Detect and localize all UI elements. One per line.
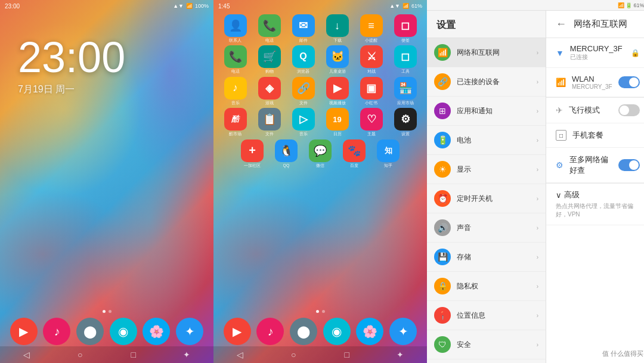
battery-icon: 🔋 [434,132,451,148]
home-dock: ▶ ♪ ⬤ ◉ 🌸 ✦ [213,310,427,345]
app-game3[interactable]: ◈游戏 [255,77,284,106]
app-label-koo: 酷市场 [229,132,242,136]
app-qq[interactable]: 🐧QQ [272,139,301,168]
dock2-icon-maps: ✦ [389,318,417,345]
settings-item-account[interactable]: 👤 帐号 › [427,359,546,363]
dock2-music[interactable]: ♪ [256,318,284,345]
settings-item-location[interactable]: 📍 位置信息 › [427,301,546,330]
nav-home-2[interactable]: ○ [285,349,302,361]
dock-item-music[interactable]: ♪ [42,318,71,345]
nav-back-1[interactable]: ◁ [18,349,35,361]
advanced-section[interactable]: ∨ 高级 热点共网络代理，流量节省偏好，VPN [546,184,644,225]
app-phone[interactable]: 📞电话 [255,14,284,43]
nav-home-1[interactable]: ○ [72,349,88,361]
app-files[interactable]: 🔗文件 [289,77,318,106]
display-icon: ☀ [434,161,451,178]
app-notes[interactable]: ≡小提醒 [357,14,386,43]
nav-bar-1: ◁ ○ □ ✦ [0,346,213,363]
data-plan-row[interactable]: □ 手机套餐 [546,123,644,148]
network-label: 网络和互联网 [457,48,531,58]
detail-back-button[interactable]: ← [556,18,566,30]
dock-item-camera[interactable]: ⬤ [76,318,104,345]
app-netmusic[interactable]: ▷音乐 [289,108,318,136]
mercury-name: MERCURY_3F [570,44,625,53]
wifi-network-mercury[interactable]: ▼ MERCURY_3F 已连接 🔒 [546,38,644,68]
app-contacts[interactable]: 👤联系人 [221,14,250,43]
app-market[interactable]: 🏪应用市场 [391,77,420,106]
network-pref-toggle[interactable] [618,159,640,171]
app-download[interactable]: ↓下载 [323,14,352,43]
app-video[interactable]: ▶视频播放 [323,77,352,106]
app-settings-icon-home[interactable]: ⚙设置 [391,108,420,136]
settings-item-network[interactable]: 📶 网络和互联网 › [427,38,546,67]
dock-row[interactable]: ▶ ♪ ⬤ ◉ 🌸 ✦ [0,318,213,345]
wlan-row[interactable]: 📶 WLAN MERCURY_3F [546,68,644,97]
dock-row-2[interactable]: ▶ ♪ ⬤ ◉ 🌸 ✦ [213,318,427,345]
app-row-5: +一加社区 🐧QQ 💬微信 🐾百度 知知乎 [218,139,422,168]
dock-item-files[interactable]: ◉ [109,318,138,345]
app-label-game1: 儿童桌游 [329,69,346,74]
settings-item-security[interactable]: 🛡 安全 › [427,330,546,359]
app-icon-email: ✉ [292,14,315,37]
wlan-toggle[interactable] [618,76,640,88]
dock2-video[interactable]: ▶ [223,318,252,345]
app-label-zhihu: 知乎 [384,163,392,168]
app-calendar[interactable]: 19日历 [323,108,352,136]
app-filemgr[interactable]: 📋文件 [255,108,284,136]
lock-screen: 23:00 ▲▼ 📶 100% 23:00 7月19日 周一 ▶ ♪ ⬤ [0,0,213,363]
app-music2[interactable]: ♪音乐 [221,77,250,106]
app-label-market: 应用市场 [397,101,414,106]
dock-item-gallery[interactable]: 🌸 [142,318,171,345]
airplane-icon: ✈ [556,106,563,115]
security-label: 安全 [457,340,531,350]
location-label: 位置信息 [457,311,531,321]
app-label-dialer: 电话 [231,69,240,74]
app-shop[interactable]: 🛒购物 [255,45,284,74]
settings-item-storage[interactable]: 💾 存储 › [427,243,546,272]
network-pref-row[interactable]: ⚙ 至多网络偏好查 [546,148,644,183]
app-theme[interactable]: ♡主题 [357,108,386,136]
app-label-oneplus: 一加社区 [244,163,261,168]
app-koo[interactable]: 酷酷市场 [221,108,250,136]
settings-item-devices[interactable]: 🔗 已连接的设备 › [427,67,546,97]
app-tools[interactable]: ◻便签 [391,14,420,43]
airplane-toggle[interactable] [618,104,640,116]
settings-item-timer[interactable]: ⏰ 定时开关机 › [427,184,546,213]
nav-recent-1[interactable]: □ [125,349,142,361]
app-xiaohongshu[interactable]: ▣小红书 [357,77,386,106]
nav-extra-1[interactable]: ✦ [178,349,195,361]
app-wechat[interactable]: 💬微信 [306,139,335,168]
nav-back-2[interactable]: ◁ [232,349,249,361]
nav-extra-2[interactable]: ✦ [392,349,408,361]
wlan-info: WLAN MERCURY_3F [572,75,612,90]
settings-item-sound[interactable]: 🔊 声音 › [427,213,546,243]
app-icon-settings: ⚙ [394,108,417,131]
app-browser[interactable]: Q浏览器 [289,45,318,74]
wlan-label: WLAN [572,75,612,83]
settings-item-battery[interactable]: 🔋 电池 › [427,126,546,155]
dock2-files[interactable]: ◉ [323,318,351,345]
app-icon-qq: 🐧 [275,139,298,162]
dock-item-maps[interactable]: ✦ [175,318,204,345]
settings-item-privacy[interactable]: 🔒 隐私权 › [427,272,546,301]
settings-item-apps[interactable]: ⊞ 应用和通知 › [427,97,546,126]
dock-icon-camera: ⬤ [76,318,104,345]
app-baidu[interactable]: 🐾百度 [340,139,369,168]
app-email[interactable]: ✉邮件 [289,14,318,43]
settings-item-display[interactable]: ☀ 显示 › [427,155,546,184]
app-game2[interactable]: ⚔对战 [357,45,386,74]
app-zhihu[interactable]: 知知乎 [374,139,402,168]
dock-item-video[interactable]: ▶ [10,318,38,345]
lock-content: 23:00 7月19日 周一 [0,36,213,96]
app-dialer[interactable]: 📞电话 [221,45,250,74]
dock2-gallery[interactable]: 🌸 [355,318,384,345]
devices-label: 已连接的设备 [457,77,531,87]
wifi-status-icon: 📶 [186,3,193,9]
nav-recent-2[interactable]: □ [339,349,355,361]
app-util[interactable]: ◻工具 [391,45,420,74]
airplane-row[interactable]: ✈ 飞行模式 [546,98,644,123]
app-game1[interactable]: 🐱儿童桌游 [323,45,352,74]
dock2-camera[interactable]: ⬤ [289,318,318,345]
dock2-maps[interactable]: ✦ [389,318,417,345]
app-oneplus[interactable]: +一加社区 [238,139,267,168]
